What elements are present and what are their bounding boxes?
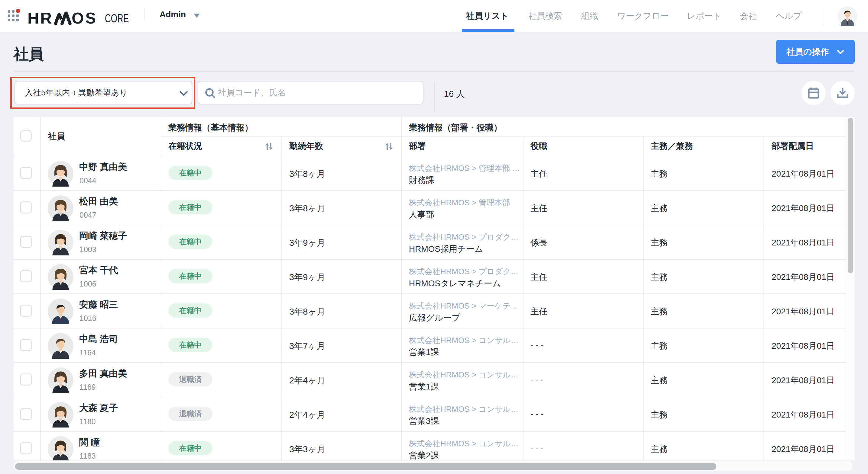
svg-text:OS: OS [72,11,97,25]
svg-text:HR: HR [28,11,53,25]
